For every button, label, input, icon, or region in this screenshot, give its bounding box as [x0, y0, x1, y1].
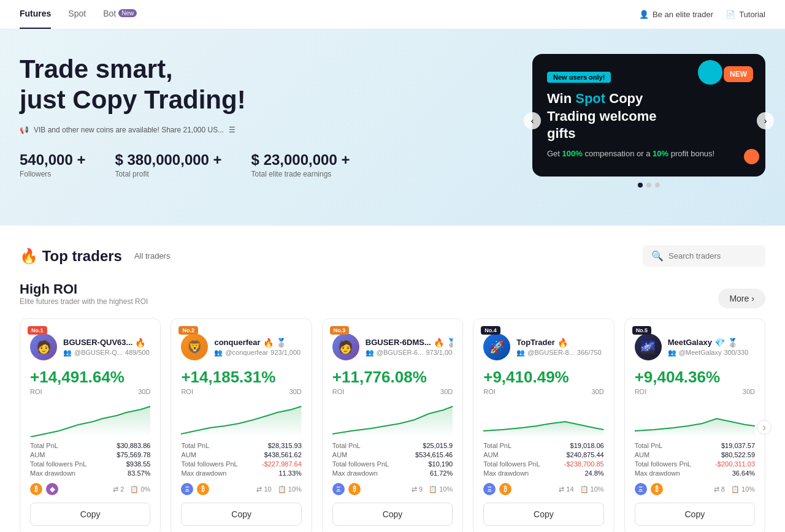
nav-tab-futures[interactable]: Futures: [20, 0, 51, 29]
pnl-label-2: Total PnL: [332, 442, 361, 449]
nav-right: 👤Be an elite trader📄Tutorial: [639, 10, 765, 19]
copy-button-0[interactable]: Copy: [30, 503, 150, 526]
hero-stat-0: 540,000 + Followers: [20, 151, 85, 178]
stat-aum-1: AUM $438,561.62: [181, 451, 301, 458]
carousel-prev-button[interactable]: ‹: [524, 112, 541, 129]
trader-name-3: TopTrader 🔥: [516, 338, 603, 348]
hero-title: Trade smart, just Copy Trading!: [20, 54, 532, 116]
coin-icon-3-0: Ξ: [483, 483, 496, 495]
hero-title-line2: just Copy Trading!: [20, 85, 246, 114]
chevron-right-icon: ›: [751, 294, 754, 303]
banner-pct2: 10%: [653, 149, 668, 158]
hero-stat-label-0: Followers: [20, 170, 85, 178]
navigation: FuturesSpotBotNew 👤Be an elite trader📄Tu…: [0, 0, 785, 29]
coin-icon-0-0: ₿: [30, 483, 42, 495]
avatar-4: 🌌: [635, 333, 662, 360]
roi-value-0: +14,491.64%: [30, 368, 150, 387]
copy-button-1[interactable]: Copy: [181, 503, 301, 526]
nav-badge-bot: New: [118, 9, 137, 17]
megaphone-icon: 📢: [20, 126, 29, 134]
trader-name-0: BGUSER-QUV63... 🔥🥈: [63, 338, 150, 348]
copy-info-0: ⇄ 2 📋 0%: [113, 485, 150, 493]
avatar-0: 🧑: [30, 333, 57, 360]
trader-handle-text-4: @MeetGalaxy: [679, 349, 722, 356]
coin-row-3: Ξ₿ ⇄ 14 📋 10%: [483, 483, 603, 495]
banner-sub2: compensation or a: [583, 149, 653, 158]
copy-pct-icon-0: 📋 0%: [130, 485, 150, 493]
stats-row-0: Total PnL $30,883.86 AUM $75,569.78 Tota…: [30, 442, 150, 477]
chart-area-2: [332, 400, 453, 437]
high-roi-section: High ROI Elite futures trader with the h…: [20, 281, 765, 532]
avatar-3: 🚀: [483, 333, 510, 360]
notice-text: VIB and other new coins are available! S…: [34, 126, 224, 134]
hero-left: Trade smart, just Copy Trading! 📢 VIB an…: [20, 54, 532, 178]
banner-title-line1: Win: [547, 91, 575, 106]
all-traders-button[interactable]: All traders: [129, 249, 175, 263]
more-button[interactable]: More ›: [718, 289, 765, 308]
coin-icon-4-1: ₿: [651, 483, 663, 495]
banner-title: Win Spot Copy Trading welcome gifts: [547, 90, 751, 143]
carousel-dots: [532, 183, 765, 188]
trader-name-text-3: TopTrader: [516, 338, 555, 347]
nav-tab-spot[interactable]: Spot: [68, 0, 86, 29]
trader-handle-3: 👥 @BGUSER-8... 366/750: [516, 349, 603, 357]
carousel-next-button[interactable]: ›: [757, 112, 774, 129]
carousel-dot-3[interactable]: [655, 183, 660, 188]
aum-val-1: $438,561.62: [264, 451, 302, 458]
stat-fpnl-0: Total followers PnL $938.55: [30, 460, 150, 468]
card-rank-1: No.2: [178, 326, 198, 335]
follower-count-3: 366/750: [577, 349, 602, 356]
roi-text-3: ROI: [483, 388, 496, 395]
stat-drawdown-4: Max drawdown 36.64%: [635, 469, 755, 477]
svg-marker-2: [332, 406, 453, 437]
trader-handle-text-0: @BGUSER-Q...: [74, 349, 123, 356]
hero-notice: 📢 VIB and other new coins are available!…: [20, 126, 532, 134]
banner-sub3: profit bonus!: [668, 149, 714, 158]
nav-right-elite[interactable]: 👤Be an elite trader: [639, 10, 713, 19]
roi-label-0: ROI 30D: [30, 388, 150, 395]
copy-info-4: ⇄ 8 📋 10%: [714, 485, 755, 493]
nav-tab-bot[interactable]: BotNew: [103, 0, 137, 29]
cards-row: No.1 🧑 BGUSER-QUV63... 🔥🥈 👥 @BGUSER-Q...…: [20, 318, 765, 532]
roi-value-1: +14,185.31%: [181, 368, 301, 387]
trader-name-2: BGUSER-6DMS... 🔥🥈: [366, 338, 453, 348]
sub-header: High ROI Elite futures trader with the h…: [20, 281, 765, 316]
elite-icon: 👤: [639, 10, 649, 19]
chart-area-0: [30, 400, 150, 437]
drawdown-val-4: 36.64%: [732, 469, 755, 477]
nav-right-tutorial[interactable]: 📄Tutorial: [726, 10, 765, 19]
badge-0-1: 🥈: [148, 338, 150, 348]
pnl-label-1: Total PnL: [181, 442, 209, 449]
tutorial-label: Tutorial: [739, 10, 765, 19]
drawdown-label-3: Max drawdown: [483, 469, 529, 477]
sub-desc: Elite futures trader with the highest RO…: [20, 297, 148, 306]
pnl-val-4: $19,037.57: [721, 442, 755, 449]
stat-drawdown-1: Max drawdown 11.33%: [181, 469, 301, 477]
fpnl-val-2: $10,190: [428, 460, 453, 468]
roi-value-2: +11,776.08%: [332, 368, 453, 387]
aum-label-4: AUM: [635, 451, 649, 458]
stat-pnl-1: Total PnL $28,315.93: [181, 442, 301, 449]
carousel-dot-2[interactable]: [646, 183, 651, 188]
copy-button-4[interactable]: Copy: [635, 503, 755, 526]
copy-pct-icon-4: 📋 10%: [731, 485, 755, 493]
coin-icon-4-0: Ξ: [635, 483, 647, 495]
copy-button-3[interactable]: Copy: [483, 503, 603, 526]
roi-text-0: ROI: [30, 388, 42, 395]
nav-tabs: FuturesSpotBotNew: [20, 0, 137, 29]
hero-banner: New users only! Win Spot Copy Trading we…: [532, 54, 765, 177]
banner-decor1: [698, 60, 722, 85]
search-input[interactable]: [668, 251, 757, 260]
follower-count-0: 489/500: [125, 349, 150, 356]
trader-handle-0: 👥 @BGUSER-Q... 489/500: [63, 349, 150, 357]
copy-pct-icon-3: 📋 10%: [580, 485, 604, 493]
cards-next-button[interactable]: ›: [757, 420, 772, 435]
copy-button-2[interactable]: Copy: [332, 503, 453, 526]
aum-label-2: AUM: [332, 451, 347, 458]
roi-text-2: ROI: [332, 388, 345, 395]
stat-aum-3: AUM $240,875.44: [483, 451, 603, 458]
carousel-dot-1[interactable]: [638, 183, 643, 188]
section-header: 🔥 Top traders All traders 🔍: [20, 245, 765, 267]
hero-section: Trade smart, just Copy Trading! 📢 VIB an…: [0, 29, 785, 226]
hero-stat-label-2: Total elite trade earnings: [251, 170, 350, 178]
